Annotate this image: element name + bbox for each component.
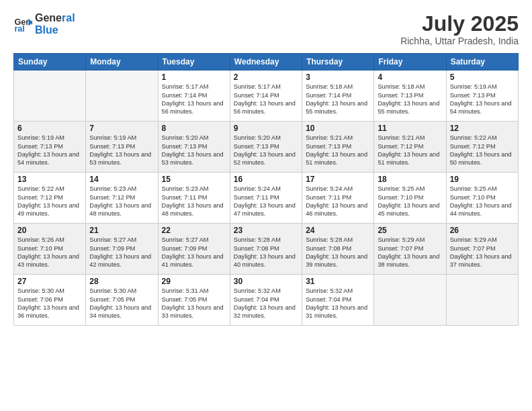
day-number: 7 — [89, 124, 154, 133]
calendar-cell: 28Sunrise: 5:30 AMSunset: 7:05 PMDayligh… — [86, 275, 158, 326]
calendar-week-1: 1Sunrise: 5:17 AMSunset: 7:14 PMDaylight… — [14, 71, 519, 122]
cell-info: Sunrise: 5:27 AMSunset: 7:09 PMDaylight:… — [89, 236, 154, 269]
cell-info: Sunrise: 5:30 AMSunset: 7:06 PMDaylight:… — [17, 287, 82, 320]
month-year: July 2025 — [400, 12, 519, 36]
calendar-cell: 26Sunrise: 5:29 AMSunset: 7:07 PMDayligh… — [446, 224, 518, 275]
day-number: 25 — [378, 226, 442, 235]
weekday-header-sunday: Sunday — [14, 54, 86, 71]
calendar-table: SundayMondayTuesdayWednesdayThursdayFrid… — [13, 53, 519, 326]
calendar-cell: 23Sunrise: 5:28 AMSunset: 7:08 PMDayligh… — [230, 224, 302, 275]
day-number: 4 — [378, 73, 442, 82]
day-number: 11 — [378, 124, 442, 133]
cell-info: Sunrise: 5:27 AMSunset: 7:09 PMDaylight:… — [162, 236, 226, 269]
day-number: 22 — [162, 226, 226, 235]
cell-info: Sunrise: 5:24 AMSunset: 7:11 PMDaylight:… — [306, 185, 370, 218]
cell-info: Sunrise: 5:22 AMSunset: 7:12 PMDaylight:… — [450, 134, 515, 167]
day-number: 14 — [89, 175, 154, 184]
day-number: 24 — [306, 226, 370, 235]
logo-icon: Gene ral — [13, 15, 32, 34]
calendar-cell — [14, 71, 86, 122]
day-number: 15 — [162, 175, 226, 184]
cell-info: Sunrise: 5:21 AMSunset: 7:12 PMDaylight:… — [378, 134, 442, 167]
location: Richha, Uttar Pradesh, India — [400, 36, 519, 46]
weekday-header-wednesday: Wednesday — [230, 54, 302, 71]
weekday-header-thursday: Thursday — [302, 54, 374, 71]
day-number: 29 — [162, 277, 226, 286]
cell-info: Sunrise: 5:26 AMSunset: 7:10 PMDaylight:… — [17, 236, 82, 269]
title-block: July 2025 Richha, Uttar Pradesh, India — [400, 12, 519, 46]
day-number: 3 — [306, 73, 370, 82]
calendar-cell: 3Sunrise: 5:18 AMSunset: 7:14 PMDaylight… — [302, 71, 374, 122]
calendar-cell: 25Sunrise: 5:29 AMSunset: 7:07 PMDayligh… — [374, 224, 446, 275]
cell-info: Sunrise: 5:29 AMSunset: 7:07 PMDaylight:… — [450, 236, 515, 269]
calendar-cell: 9Sunrise: 5:20 AMSunset: 7:13 PMDaylight… — [230, 122, 302, 173]
day-number: 26 — [450, 226, 515, 235]
day-number: 18 — [378, 175, 442, 184]
day-number: 31 — [306, 277, 370, 286]
day-number: 27 — [17, 277, 82, 286]
day-number: 28 — [89, 277, 154, 286]
day-number: 12 — [450, 124, 515, 133]
calendar-cell: 12Sunrise: 5:22 AMSunset: 7:12 PMDayligh… — [446, 122, 518, 173]
weekday-header-row: SundayMondayTuesdayWednesdayThursdayFrid… — [14, 54, 519, 71]
calendar-cell: 20Sunrise: 5:26 AMSunset: 7:10 PMDayligh… — [14, 224, 86, 275]
day-number: 23 — [234, 226, 298, 235]
day-number: 17 — [306, 175, 370, 184]
calendar-cell: 18Sunrise: 5:25 AMSunset: 7:10 PMDayligh… — [374, 173, 446, 224]
cell-info: Sunrise: 5:19 AMSunset: 7:13 PMDaylight:… — [17, 134, 82, 167]
cell-info: Sunrise: 5:31 AMSunset: 7:05 PMDaylight:… — [162, 287, 226, 320]
calendar-cell — [374, 275, 446, 326]
page: Gene ral General Blue July 2025 Richha, … — [0, 0, 532, 411]
calendar-cell — [86, 71, 158, 122]
day-number: 30 — [234, 277, 298, 286]
calendar-cell: 13Sunrise: 5:22 AMSunset: 7:12 PMDayligh… — [14, 173, 86, 224]
weekday-header-saturday: Saturday — [446, 54, 518, 71]
calendar-cell: 4Sunrise: 5:18 AMSunset: 7:13 PMDaylight… — [374, 71, 446, 122]
calendar-cell: 1Sunrise: 5:17 AMSunset: 7:14 PMDaylight… — [158, 71, 230, 122]
calendar-cell: 8Sunrise: 5:20 AMSunset: 7:13 PMDaylight… — [158, 122, 230, 173]
cell-info: Sunrise: 5:22 AMSunset: 7:12 PMDaylight:… — [17, 185, 82, 218]
cell-info: Sunrise: 5:32 AMSunset: 7:04 PMDaylight:… — [234, 287, 298, 320]
cell-info: Sunrise: 5:18 AMSunset: 7:14 PMDaylight:… — [306, 83, 370, 116]
day-number: 1 — [162, 73, 226, 82]
svg-text:ral: ral — [14, 24, 24, 34]
day-number: 2 — [234, 73, 298, 82]
calendar-cell: 15Sunrise: 5:23 AMSunset: 7:11 PMDayligh… — [158, 173, 230, 224]
day-number: 8 — [162, 124, 226, 133]
calendar-cell — [446, 275, 518, 326]
logo: Gene ral General Blue — [13, 12, 75, 36]
day-number: 16 — [234, 175, 298, 184]
day-number: 19 — [450, 175, 515, 184]
calendar-week-4: 20Sunrise: 5:26 AMSunset: 7:10 PMDayligh… — [14, 224, 519, 275]
calendar-week-5: 27Sunrise: 5:30 AMSunset: 7:06 PMDayligh… — [14, 275, 519, 326]
cell-info: Sunrise: 5:20 AMSunset: 7:13 PMDaylight:… — [162, 134, 226, 167]
calendar-cell: 27Sunrise: 5:30 AMSunset: 7:06 PMDayligh… — [14, 275, 86, 326]
cell-info: Sunrise: 5:19 AMSunset: 7:13 PMDaylight:… — [89, 134, 154, 167]
cell-info: Sunrise: 5:18 AMSunset: 7:13 PMDaylight:… — [378, 83, 442, 116]
calendar-cell: 31Sunrise: 5:32 AMSunset: 7:04 PMDayligh… — [302, 275, 374, 326]
cell-info: Sunrise: 5:19 AMSunset: 7:13 PMDaylight:… — [450, 83, 515, 116]
cell-info: Sunrise: 5:32 AMSunset: 7:04 PMDaylight:… — [306, 287, 370, 320]
calendar-cell: 21Sunrise: 5:27 AMSunset: 7:09 PMDayligh… — [86, 224, 158, 275]
day-number: 13 — [17, 175, 82, 184]
calendar-cell: 22Sunrise: 5:27 AMSunset: 7:09 PMDayligh… — [158, 224, 230, 275]
calendar-cell: 24Sunrise: 5:28 AMSunset: 7:08 PMDayligh… — [302, 224, 374, 275]
calendar-cell: 11Sunrise: 5:21 AMSunset: 7:12 PMDayligh… — [374, 122, 446, 173]
calendar-cell: 14Sunrise: 5:23 AMSunset: 7:12 PMDayligh… — [86, 173, 158, 224]
day-number: 10 — [306, 124, 370, 133]
cell-info: Sunrise: 5:24 AMSunset: 7:11 PMDaylight:… — [234, 185, 298, 218]
day-number: 6 — [17, 124, 82, 133]
cell-info: Sunrise: 5:21 AMSunset: 7:13 PMDaylight:… — [306, 134, 370, 167]
header: Gene ral General Blue July 2025 Richha, … — [13, 12, 519, 46]
cell-info: Sunrise: 5:20 AMSunset: 7:13 PMDaylight:… — [234, 134, 298, 167]
cell-info: Sunrise: 5:29 AMSunset: 7:07 PMDaylight:… — [378, 236, 442, 269]
calendar-cell: 5Sunrise: 5:19 AMSunset: 7:13 PMDaylight… — [446, 71, 518, 122]
cell-info: Sunrise: 5:17 AMSunset: 7:14 PMDaylight:… — [234, 83, 298, 116]
calendar-cell: 10Sunrise: 5:21 AMSunset: 7:13 PMDayligh… — [302, 122, 374, 173]
weekday-header-friday: Friday — [374, 54, 446, 71]
calendar-week-2: 6Sunrise: 5:19 AMSunset: 7:13 PMDaylight… — [14, 122, 519, 173]
calendar-cell: 30Sunrise: 5:32 AMSunset: 7:04 PMDayligh… — [230, 275, 302, 326]
day-number: 9 — [234, 124, 298, 133]
cell-info: Sunrise: 5:28 AMSunset: 7:08 PMDaylight:… — [306, 236, 370, 269]
cell-info: Sunrise: 5:25 AMSunset: 7:10 PMDaylight:… — [450, 185, 515, 218]
